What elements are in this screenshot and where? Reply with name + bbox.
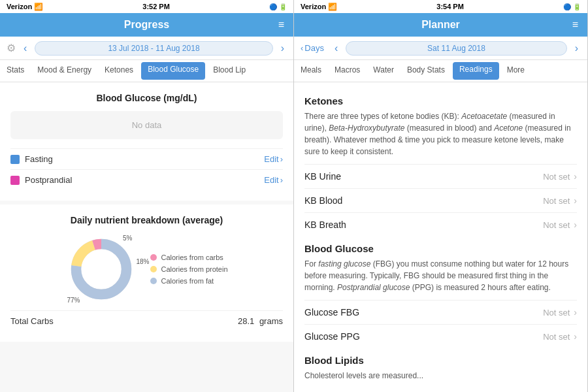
blood-glucose-readings-description: For fasting glucose (FBG) you must consu…: [304, 258, 577, 293]
back-days-label: Days: [304, 43, 324, 53]
back-days-button[interactable]: ‹ Days: [301, 43, 327, 53]
no-data-label: No data: [10, 111, 283, 139]
left-status-bar: Verizon 📶 3:52 PM 🔵 🔋: [0, 0, 293, 13]
postprandial-edit-button[interactable]: Edit ›: [264, 175, 283, 185]
kb-breath-right: Not set ›: [543, 220, 577, 230]
right-next-arrow[interactable]: ›: [572, 42, 581, 54]
right-status-right: 🔵 🔋: [563, 3, 581, 10]
kb-blood-value: Not set: [543, 196, 570, 206]
right-bluetooth-icon: 🔵: [563, 3, 571, 10]
kb-breath-chevron: ›: [574, 220, 577, 230]
wifi-icon: 📶: [34, 3, 43, 11]
carrier-label: Verizon: [7, 3, 32, 10]
date-range-pill[interactable]: 13 Jul 2018 - 11 Aug 2018: [35, 41, 272, 56]
left-header-bar: Progress ≡: [0, 13, 293, 37]
blood-lipids-heading: Blood Lipids: [304, 355, 577, 366]
svg-point-4: [82, 250, 121, 288]
tab-readings[interactable]: Readings: [453, 62, 499, 80]
kb-urine-value: Not set: [543, 172, 570, 182]
donut-svg: [65, 233, 137, 305]
right-status-left: Verizon 📶: [301, 3, 337, 11]
blood-glucose-readings-heading: Blood Glucose: [304, 243, 577, 254]
postprandial-edit-chevron: ›: [280, 175, 283, 185]
glucose-ppg-value: Not set: [543, 332, 570, 342]
total-carbs-row: Total Carbs 28.1 grams: [10, 310, 283, 331]
glucose-ppg-chevron: ›: [574, 331, 577, 342]
kb-breath-label: KB Breath: [304, 220, 346, 230]
tab-blood-lip[interactable]: Blood Lip: [206, 60, 252, 82]
left-next-arrow[interactable]: ›: [278, 42, 287, 54]
kb-urine-label: KB Urine: [304, 171, 341, 182]
right-carrier-label: Verizon: [301, 3, 326, 10]
right-header-bar: Planner ≡: [294, 13, 587, 37]
tab-body-stats[interactable]: Body Stats: [400, 60, 451, 82]
glucose-fbg-label: Glucose FBG: [304, 307, 359, 318]
glucose-fbg-row[interactable]: Glucose FBG Not set ›: [304, 300, 577, 324]
ketones-section: Ketones There are three types of ketone …: [304, 95, 577, 237]
right-menu-icon[interactable]: ≡: [572, 19, 578, 31]
left-tab-bar: Stats Mood & Energy Ketones Blood Glucos…: [0, 60, 293, 82]
blood-glucose-readings-section: Blood Glucose For fasting glucose (FBG) …: [304, 243, 577, 348]
left-status-right: 🔵 🔋: [269, 3, 287, 10]
back-chevron-icon: ‹: [301, 43, 303, 53]
tab-water[interactable]: Water: [367, 60, 400, 82]
settings-icon[interactable]: ⚙: [7, 42, 16, 54]
postprandial-legend-row: Postprandial Edit ›: [10, 169, 283, 190]
left-main-content: Blood Glucose (mg/dL) No data Fasting Ed…: [0, 82, 293, 392]
legend-protein: Calories from protein: [150, 265, 227, 273]
kb-urine-right: Not set ›: [543, 171, 577, 182]
legend-fat: Calories from fat: [150, 277, 227, 285]
chart-title: Blood Glucose (mg/dL): [10, 93, 283, 103]
fasting-legend-row: Fasting Edit ›: [10, 148, 283, 169]
fat-legend-label: Calories from fat: [161, 277, 214, 285]
postprandial-label: Postprandial: [25, 175, 72, 185]
left-time: 3:52 PM: [142, 3, 170, 10]
right-header-title: Planner: [421, 19, 460, 31]
blood-glucose-section: Blood Glucose (mg/dL) No data Fasting Ed…: [0, 82, 293, 201]
right-date-pill[interactable]: Sat 11 Aug 2018: [346, 41, 566, 56]
left-status-left: Verizon 📶: [7, 3, 43, 11]
glucose-ppg-row[interactable]: Glucose PPG Not set ›: [304, 324, 577, 348]
glucose-fbg-right: Not set ›: [543, 307, 577, 318]
left-prev-arrow[interactable]: ‹: [21, 42, 29, 54]
blood-lipids-section: Blood Lipids Cholesterol levels are meas…: [304, 355, 577, 382]
fasting-color-dot: [10, 155, 20, 164]
total-carbs-label: Total Carbs: [10, 316, 54, 326]
glucose-ppg-label: Glucose PPG: [304, 331, 360, 342]
legend-carbs: Calories from carbs: [150, 253, 227, 261]
kb-blood-chevron: ›: [574, 195, 577, 206]
right-time: 3:54 PM: [436, 3, 464, 10]
tab-blood-glucose[interactable]: Blood Glucose: [141, 62, 205, 80]
tab-meals[interactable]: Meals: [294, 60, 328, 82]
tab-ketones[interactable]: Ketones: [98, 60, 140, 82]
postprandial-legend-left: Postprandial: [10, 175, 72, 185]
carbs-dot: [150, 254, 157, 261]
ketones-description: There are three types of ketone bodies (…: [304, 110, 577, 157]
fasting-edit-chevron: ›: [280, 154, 283, 164]
postprandial-color-dot: [10, 176, 20, 185]
kb-urine-row[interactable]: KB Urine Not set ›: [304, 164, 577, 188]
tab-stats[interactable]: Stats: [0, 60, 31, 82]
kb-breath-row[interactable]: KB Breath Not set ›: [304, 212, 577, 237]
tab-mood-energy[interactable]: Mood & Energy: [31, 60, 98, 82]
fasting-edit-button[interactable]: Edit ›: [264, 154, 283, 164]
tab-more[interactable]: More: [500, 60, 531, 82]
kb-blood-row[interactable]: KB Blood Not set ›: [304, 188, 577, 212]
donut-label-protein: 18%: [136, 258, 149, 265]
fasting-label: Fasting: [25, 154, 53, 164]
donut-legend: Calories from carbs Calories from protei…: [150, 253, 227, 285]
total-carbs-value: 28.1 grams: [238, 316, 283, 326]
right-date-bar: ‹ Days ‹ Sat 11 Aug 2018 ›: [294, 37, 587, 60]
left-phone-panel: Verizon 📶 3:52 PM 🔵 🔋 Progress ≡ ⚙ ‹ 13 …: [0, 0, 294, 392]
glucose-fbg-value: Not set: [543, 308, 570, 318]
right-main-content: Ketones There are three types of ketone …: [294, 82, 587, 392]
left-menu-icon[interactable]: ≡: [278, 19, 284, 31]
protein-dot: [150, 266, 157, 272]
tab-macros[interactable]: Macros: [328, 60, 367, 82]
kb-blood-label: KB Blood: [304, 195, 342, 206]
right-battery-icon: 🔋: [573, 3, 581, 10]
blood-lipids-description: Cholesterol levels are measured...: [304, 370, 577, 382]
ketones-heading: Ketones: [304, 95, 577, 106]
protein-legend-label: Calories from protein: [161, 265, 227, 273]
right-prev-arrow[interactable]: ‹: [332, 42, 340, 54]
